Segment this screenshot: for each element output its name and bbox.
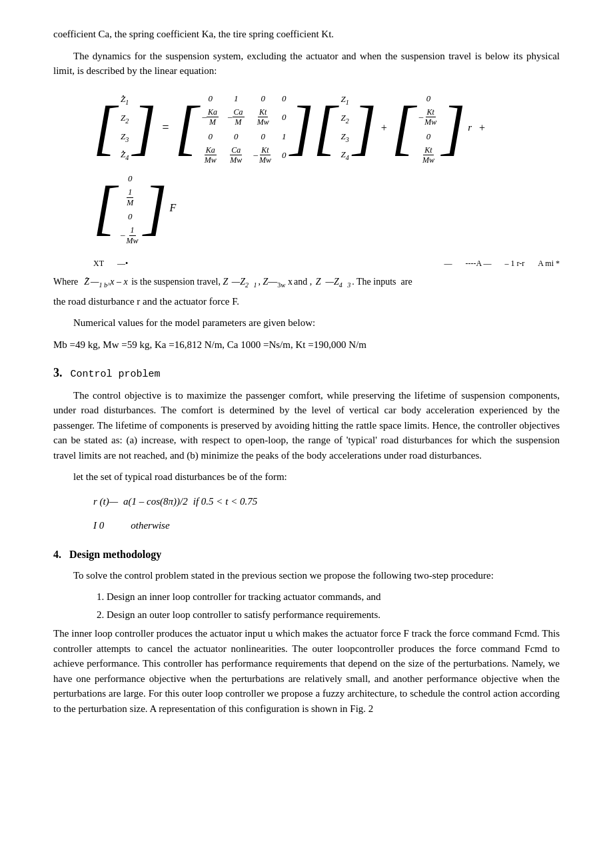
section3-heading: 3. Control problem	[53, 364, 560, 383]
where-label: Where	[53, 275, 83, 289]
xt-label: XT	[93, 257, 104, 269]
section4-num: 4.	[53, 549, 61, 560]
let-text: let the set of typical road disturbances…	[53, 469, 560, 485]
f-vector: [ 0 1M 0 –1Mw ]	[93, 168, 167, 248]
section4-title: Design methodology	[69, 549, 161, 560]
formula-expr: a(1 – cos(8π))/2	[123, 494, 188, 509]
r-vector: [ 0 –KtMw 0 KtMw ]	[392, 88, 466, 168]
section3-title: Control problem	[71, 369, 161, 380]
design-list: Design an inner loop controller for trac…	[107, 589, 560, 622]
r-t-label: r (t)—	[93, 494, 118, 509]
otherwise-row: I 0 otherwise	[93, 518, 560, 533]
section4-heading: 4. Design methodology	[53, 547, 560, 563]
list-item-1: Design an inner loop controller for trac…	[107, 589, 560, 605]
params: Mb =49 kg, Mw =59 kg, Ka =16,812 N/m, Ca…	[53, 337, 560, 353]
f-var: F	[170, 200, 177, 216]
otherwise-num: I 0	[93, 518, 104, 533]
r-var: r	[468, 120, 472, 135]
numerical-heading: Numerical values for the model parameter…	[53, 315, 560, 331]
xt-row: XT —• — ----A — – 1 r-r A mi *	[93, 257, 560, 269]
formula-block: r (t)— a(1 – cos(8π))/2 if 0.5 < t < 0.7…	[93, 494, 560, 509]
where-line: Where Z —1 b^x – x is the suspension tra…	[53, 275, 560, 290]
design-para2: The inner loop controller produces the a…	[53, 626, 560, 716]
intro-line2: The dynamics for the suspension system, …	[53, 49, 560, 79]
lhs-vector: [ Z1 Z2 Z3 Z4 ]	[93, 89, 156, 166]
section3-num: 3.	[53, 366, 63, 379]
formula-row: r (t)— a(1 – cos(8π))/2 if 0.5 < t < 0.7…	[93, 494, 560, 509]
intro-line1: coefficient Ca, the spring coefficient K…	[53, 27, 560, 42]
z-vector: [ Z1 Z2 Z3 Z4 ]	[314, 89, 376, 166]
otherwise-word: otherwise	[131, 518, 169, 533]
road-text: the road disturbance r and the actuator …	[53, 294, 560, 309]
matrix-equation: [ Z1 Z2 Z3 Z4 ] = [ 0 1 0 0 –KaM –CaM Kt…	[93, 88, 560, 249]
equals-sign: =	[161, 119, 169, 137]
list-item-2: Design an outer loop controller to satis…	[107, 607, 560, 623]
design-para1: To solve the control problem stated in t…	[53, 568, 560, 583]
formula-condition: if 0.5 < t < 0.75	[193, 494, 258, 509]
a-matrix: [ 0 1 0 0 –KaM –CaM KtMw 0 0 0 0 1 KaMw …	[175, 88, 313, 168]
control-para: The control objective is to maximize the…	[53, 388, 560, 463]
